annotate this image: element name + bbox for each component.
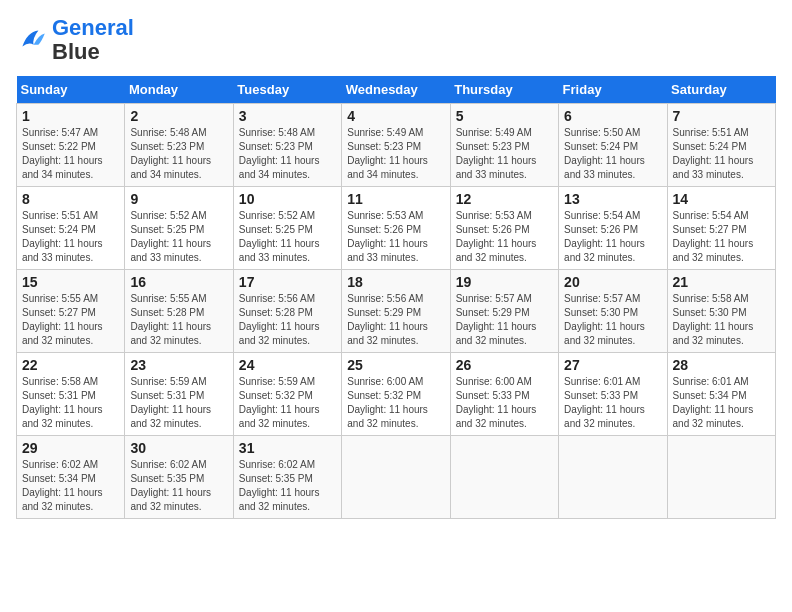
day-info: Sunrise: 6:02 AM Sunset: 5:34 PM Dayligh… — [22, 458, 119, 514]
day-info: Sunrise: 5:59 AM Sunset: 5:32 PM Dayligh… — [239, 375, 336, 431]
weekday-header-friday: Friday — [559, 76, 667, 104]
day-number: 29 — [22, 440, 119, 456]
day-number: 1 — [22, 108, 119, 124]
weekday-header-monday: Monday — [125, 76, 233, 104]
day-info: Sunrise: 5:59 AM Sunset: 5:31 PM Dayligh… — [130, 375, 227, 431]
calendar-day-cell: 10Sunrise: 5:52 AM Sunset: 5:25 PM Dayli… — [233, 187, 341, 270]
calendar-day-cell: 31Sunrise: 6:02 AM Sunset: 5:35 PM Dayli… — [233, 436, 341, 519]
empty-cell — [342, 436, 450, 519]
calendar-day-cell: 12Sunrise: 5:53 AM Sunset: 5:26 PM Dayli… — [450, 187, 558, 270]
day-number: 16 — [130, 274, 227, 290]
calendar-day-cell: 22Sunrise: 5:58 AM Sunset: 5:31 PM Dayli… — [17, 353, 125, 436]
day-info: Sunrise: 5:52 AM Sunset: 5:25 PM Dayligh… — [239, 209, 336, 265]
calendar-day-cell: 2Sunrise: 5:48 AM Sunset: 5:23 PM Daylig… — [125, 104, 233, 187]
day-info: Sunrise: 5:54 AM Sunset: 5:26 PM Dayligh… — [564, 209, 661, 265]
day-number: 22 — [22, 357, 119, 373]
calendar-week-row: 29Sunrise: 6:02 AM Sunset: 5:34 PM Dayli… — [17, 436, 776, 519]
day-info: Sunrise: 5:47 AM Sunset: 5:22 PM Dayligh… — [22, 126, 119, 182]
calendar-day-cell: 8Sunrise: 5:51 AM Sunset: 5:24 PM Daylig… — [17, 187, 125, 270]
calendar-day-cell: 4Sunrise: 5:49 AM Sunset: 5:23 PM Daylig… — [342, 104, 450, 187]
day-number: 9 — [130, 191, 227, 207]
weekday-header-saturday: Saturday — [667, 76, 775, 104]
day-info: Sunrise: 5:56 AM Sunset: 5:28 PM Dayligh… — [239, 292, 336, 348]
day-info: Sunrise: 5:56 AM Sunset: 5:29 PM Dayligh… — [347, 292, 444, 348]
day-info: Sunrise: 5:57 AM Sunset: 5:30 PM Dayligh… — [564, 292, 661, 348]
day-info: Sunrise: 5:58 AM Sunset: 5:30 PM Dayligh… — [673, 292, 770, 348]
day-info: Sunrise: 5:49 AM Sunset: 5:23 PM Dayligh… — [347, 126, 444, 182]
day-number: 7 — [673, 108, 770, 124]
page-header: General Blue — [16, 16, 776, 64]
calendar-day-cell: 28Sunrise: 6:01 AM Sunset: 5:34 PM Dayli… — [667, 353, 775, 436]
calendar-day-cell: 21Sunrise: 5:58 AM Sunset: 5:30 PM Dayli… — [667, 270, 775, 353]
calendar-week-row: 8Sunrise: 5:51 AM Sunset: 5:24 PM Daylig… — [17, 187, 776, 270]
day-number: 11 — [347, 191, 444, 207]
day-number: 12 — [456, 191, 553, 207]
day-number: 5 — [456, 108, 553, 124]
day-number: 26 — [456, 357, 553, 373]
weekday-header-row: SundayMondayTuesdayWednesdayThursdayFrid… — [17, 76, 776, 104]
day-number: 6 — [564, 108, 661, 124]
day-number: 28 — [673, 357, 770, 373]
logo-text: General Blue — [52, 16, 134, 64]
calendar-week-row: 15Sunrise: 5:55 AM Sunset: 5:27 PM Dayli… — [17, 270, 776, 353]
weekday-header-sunday: Sunday — [17, 76, 125, 104]
day-number: 21 — [673, 274, 770, 290]
day-number: 4 — [347, 108, 444, 124]
day-info: Sunrise: 5:55 AM Sunset: 5:27 PM Dayligh… — [22, 292, 119, 348]
day-info: Sunrise: 5:49 AM Sunset: 5:23 PM Dayligh… — [456, 126, 553, 182]
day-number: 19 — [456, 274, 553, 290]
day-number: 15 — [22, 274, 119, 290]
calendar-week-row: 22Sunrise: 5:58 AM Sunset: 5:31 PM Dayli… — [17, 353, 776, 436]
calendar-day-cell: 7Sunrise: 5:51 AM Sunset: 5:24 PM Daylig… — [667, 104, 775, 187]
day-number: 10 — [239, 191, 336, 207]
day-info: Sunrise: 5:51 AM Sunset: 5:24 PM Dayligh… — [22, 209, 119, 265]
day-info: Sunrise: 5:51 AM Sunset: 5:24 PM Dayligh… — [673, 126, 770, 182]
day-number: 8 — [22, 191, 119, 207]
day-number: 27 — [564, 357, 661, 373]
day-info: Sunrise: 5:48 AM Sunset: 5:23 PM Dayligh… — [239, 126, 336, 182]
calendar-day-cell: 29Sunrise: 6:02 AM Sunset: 5:34 PM Dayli… — [17, 436, 125, 519]
day-number: 13 — [564, 191, 661, 207]
calendar-day-cell: 14Sunrise: 5:54 AM Sunset: 5:27 PM Dayli… — [667, 187, 775, 270]
logo: General Blue — [16, 16, 134, 64]
calendar-day-cell: 15Sunrise: 5:55 AM Sunset: 5:27 PM Dayli… — [17, 270, 125, 353]
day-info: Sunrise: 5:48 AM Sunset: 5:23 PM Dayligh… — [130, 126, 227, 182]
day-number: 2 — [130, 108, 227, 124]
calendar-day-cell: 25Sunrise: 6:00 AM Sunset: 5:32 PM Dayli… — [342, 353, 450, 436]
calendar-day-cell: 5Sunrise: 5:49 AM Sunset: 5:23 PM Daylig… — [450, 104, 558, 187]
calendar-day-cell: 3Sunrise: 5:48 AM Sunset: 5:23 PM Daylig… — [233, 104, 341, 187]
day-info: Sunrise: 5:50 AM Sunset: 5:24 PM Dayligh… — [564, 126, 661, 182]
day-info: Sunrise: 5:54 AM Sunset: 5:27 PM Dayligh… — [673, 209, 770, 265]
calendar-day-cell: 13Sunrise: 5:54 AM Sunset: 5:26 PM Dayli… — [559, 187, 667, 270]
calendar-day-cell: 30Sunrise: 6:02 AM Sunset: 5:35 PM Dayli… — [125, 436, 233, 519]
weekday-header-wednesday: Wednesday — [342, 76, 450, 104]
calendar-day-cell: 9Sunrise: 5:52 AM Sunset: 5:25 PM Daylig… — [125, 187, 233, 270]
calendar-day-cell: 19Sunrise: 5:57 AM Sunset: 5:29 PM Dayli… — [450, 270, 558, 353]
empty-cell — [667, 436, 775, 519]
day-info: Sunrise: 5:57 AM Sunset: 5:29 PM Dayligh… — [456, 292, 553, 348]
day-number: 18 — [347, 274, 444, 290]
day-number: 3 — [239, 108, 336, 124]
day-info: Sunrise: 5:58 AM Sunset: 5:31 PM Dayligh… — [22, 375, 119, 431]
day-number: 17 — [239, 274, 336, 290]
day-info: Sunrise: 6:01 AM Sunset: 5:34 PM Dayligh… — [673, 375, 770, 431]
calendar-day-cell: 20Sunrise: 5:57 AM Sunset: 5:30 PM Dayli… — [559, 270, 667, 353]
day-number: 14 — [673, 191, 770, 207]
calendar-day-cell: 16Sunrise: 5:55 AM Sunset: 5:28 PM Dayli… — [125, 270, 233, 353]
calendar-day-cell: 23Sunrise: 5:59 AM Sunset: 5:31 PM Dayli… — [125, 353, 233, 436]
day-info: Sunrise: 6:00 AM Sunset: 5:32 PM Dayligh… — [347, 375, 444, 431]
logo-icon — [16, 24, 48, 56]
calendar-week-row: 1Sunrise: 5:47 AM Sunset: 5:22 PM Daylig… — [17, 104, 776, 187]
calendar-day-cell: 18Sunrise: 5:56 AM Sunset: 5:29 PM Dayli… — [342, 270, 450, 353]
day-number: 23 — [130, 357, 227, 373]
day-number: 31 — [239, 440, 336, 456]
day-info: Sunrise: 6:02 AM Sunset: 5:35 PM Dayligh… — [239, 458, 336, 514]
empty-cell — [559, 436, 667, 519]
weekday-header-thursday: Thursday — [450, 76, 558, 104]
day-info: Sunrise: 6:01 AM Sunset: 5:33 PM Dayligh… — [564, 375, 661, 431]
calendar-day-cell: 17Sunrise: 5:56 AM Sunset: 5:28 PM Dayli… — [233, 270, 341, 353]
day-number: 24 — [239, 357, 336, 373]
calendar-day-cell: 26Sunrise: 6:00 AM Sunset: 5:33 PM Dayli… — [450, 353, 558, 436]
day-info: Sunrise: 5:55 AM Sunset: 5:28 PM Dayligh… — [130, 292, 227, 348]
day-number: 30 — [130, 440, 227, 456]
